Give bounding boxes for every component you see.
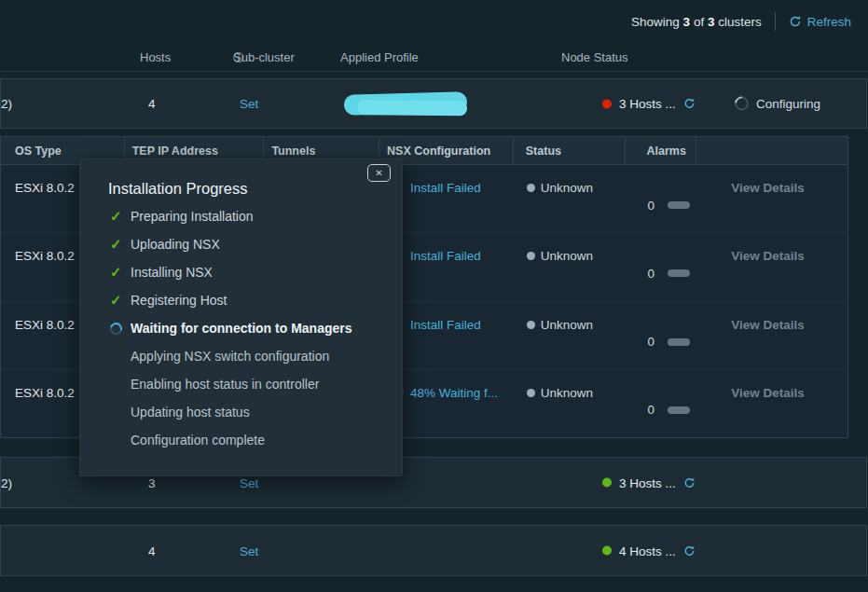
cluster-column-headers: Hosts Sub-cluster ⓘ Applied Profile Node… xyxy=(0,50,868,65)
step-label: Waiting for connection to Managers xyxy=(131,321,352,336)
header-node-status: Node Status xyxy=(561,50,628,64)
nsx-config-link[interactable]: 48% Waiting f... xyxy=(410,386,498,400)
sub-cluster-set-link[interactable]: Set xyxy=(240,97,258,111)
nsx-host-preparation-page: Showing 3 of 3 clusters Refresh Hosts Su… xyxy=(0,0,868,592)
sub-cluster-set-link[interactable]: Set xyxy=(240,544,258,558)
alarm-count: 0 xyxy=(647,335,654,349)
cluster-hosts-count: 3 xyxy=(148,475,156,489)
refresh-label: Refresh xyxy=(807,15,851,29)
installation-progress-popup: ✕ Installation Progress ✓ Preparing Inst… xyxy=(79,158,403,476)
step-item: ✓ Uploading NSX xyxy=(108,230,393,258)
alarm-count: 0 xyxy=(647,267,654,281)
node-status-refresh-icon[interactable] xyxy=(683,476,696,489)
cluster-hosts-count: 4 xyxy=(148,97,156,111)
header-hosts: Hosts xyxy=(140,50,171,64)
col-alarms: Alarms xyxy=(626,137,697,164)
step-item: ✓ Registering Host xyxy=(108,286,393,314)
status-text: Unknown xyxy=(541,249,593,263)
col-status: Status xyxy=(514,137,626,164)
node-status-red-dot xyxy=(602,99,612,108)
showing-total: 3 xyxy=(708,15,715,29)
showing-of: of xyxy=(694,15,704,29)
cluster-name-clipped: 2) xyxy=(1,475,12,489)
status-text: Unknown xyxy=(541,181,593,195)
step-item: Enabling host status in controller xyxy=(108,370,393,398)
node-status-text: 3 Hosts ... xyxy=(619,475,676,489)
showing-suffix: clusters xyxy=(718,15,762,29)
status-text: Unknown xyxy=(541,386,593,400)
step-label: Registering Host xyxy=(131,293,227,308)
status-text: Unknown xyxy=(541,318,593,332)
check-icon: ✓ xyxy=(110,292,131,309)
view-details-button[interactable]: View Details xyxy=(696,302,847,369)
sub-cluster-set-link[interactable]: Set xyxy=(240,475,258,489)
node-status-refresh-icon[interactable] xyxy=(683,98,696,110)
toolbar-divider xyxy=(775,12,776,31)
alarm-meter-icon xyxy=(668,338,690,346)
node-status-text: 3 Hosts ... xyxy=(619,97,676,111)
step-item: Configuration complete xyxy=(108,426,393,454)
cluster-state-label: Configuring xyxy=(756,97,820,111)
cluster-hosts-count: 4 xyxy=(148,544,156,558)
alarm-meter-icon xyxy=(668,201,690,209)
status-dot xyxy=(527,389,535,397)
check-icon: ✓ xyxy=(110,264,131,281)
check-icon: ✓ xyxy=(110,208,131,225)
step-item: Updating host status xyxy=(108,398,393,426)
step-item-active: Waiting for connection to Managers xyxy=(108,314,393,342)
col-actions xyxy=(696,137,847,164)
header-applied-profile: Applied Profile xyxy=(340,50,419,64)
close-icon: ✕ xyxy=(375,169,382,178)
info-icon[interactable]: ⓘ xyxy=(233,50,244,66)
view-details-button[interactable]: View Details xyxy=(696,370,847,437)
check-icon: ✓ xyxy=(110,236,131,253)
in-progress-spinner-icon xyxy=(110,323,131,335)
showing-count: 3 xyxy=(683,15,691,29)
step-label: Enabling host status in controller xyxy=(131,377,319,392)
refresh-button[interactable]: Refresh xyxy=(789,15,851,29)
header-divider-line xyxy=(0,71,868,72)
configuring-spinner-icon xyxy=(732,93,751,113)
applied-profile-redaction xyxy=(344,91,468,115)
view-details-button[interactable]: View Details xyxy=(696,233,847,300)
showing-prefix: Showing xyxy=(631,15,680,29)
nsx-config-link[interactable]: Install Failed xyxy=(410,181,481,195)
cluster-row-3: 4 Set 4 Hosts ... xyxy=(0,525,867,576)
close-button[interactable]: ✕ xyxy=(367,164,391,182)
status-dot xyxy=(527,321,535,329)
alarm-count: 0 xyxy=(647,199,654,213)
node-status-group: 3 Hosts ... xyxy=(602,97,696,111)
nsx-config-link[interactable]: Install Failed xyxy=(410,318,481,332)
node-status-text: 4 Hosts ... xyxy=(619,544,676,558)
view-details-button[interactable]: View Details xyxy=(696,165,847,232)
toolbar: Showing 3 of 3 clusters Refresh xyxy=(0,0,868,43)
alarm-meter-icon xyxy=(668,406,690,414)
showing-clusters-text: Showing 3 of 3 clusters xyxy=(631,15,762,29)
installation-steps: ✓ Preparing Installation ✓ Uploading NSX… xyxy=(108,202,393,454)
popup-title: Installation Progress xyxy=(108,180,248,198)
alarm-count: 0 xyxy=(647,403,654,417)
refresh-icon xyxy=(789,15,802,28)
node-status-group: 3 Hosts ... xyxy=(602,475,696,489)
node-status-green-dot xyxy=(602,546,612,556)
alarm-meter-icon xyxy=(668,269,690,277)
step-label: Configuration complete xyxy=(131,433,265,447)
status-dot xyxy=(527,252,535,260)
step-label: Uploading NSX xyxy=(131,237,220,252)
node-status-group: 4 Hosts ... xyxy=(602,544,696,558)
step-label: Installing NSX xyxy=(131,265,213,280)
node-status-refresh-icon[interactable] xyxy=(683,544,696,557)
node-status-green-dot xyxy=(602,478,612,488)
cluster-state-group: Configuring xyxy=(735,97,820,111)
step-item: ✓ Preparing Installation xyxy=(108,202,393,230)
cluster-row-1: 2) 4 Set 3 Hosts ... Configuring xyxy=(0,78,867,129)
nsx-config-link[interactable]: Install Failed xyxy=(410,249,481,263)
step-label: Applying NSX switch configuration xyxy=(131,349,329,364)
status-dot xyxy=(527,184,535,192)
step-label: Updating host status xyxy=(131,405,250,420)
step-item: ✓ Installing NSX xyxy=(108,258,393,286)
cluster-name-clipped: 2) xyxy=(1,97,12,111)
step-label: Preparing Installation xyxy=(131,209,254,224)
step-item: Applying NSX switch configuration xyxy=(108,342,393,370)
